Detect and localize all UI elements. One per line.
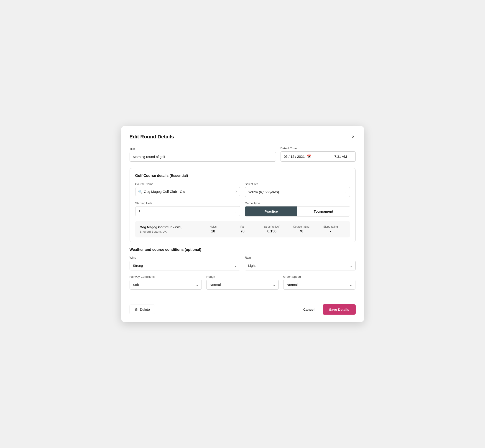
course-rating-label: Course rating [287,225,316,228]
course-name-input[interactable] [144,190,233,193]
footer: 🗑 Delete Cancel Save Details [129,301,356,315]
course-name-search-wrap: 🔍 × [135,187,241,196]
wind-label: Wind [129,256,241,259]
yards-stat: Yards(Yellow) 6,156 [257,225,287,233]
course-rating-stat: Course rating 70 [287,225,316,233]
time-value: 7:31 AM [334,155,347,159]
course-name-group: Course Name 🔍 × [135,182,241,197]
wind-group: Wind CalmLightModerate StrongVery Strong… [129,256,241,271]
top-row: Title Date & Time 05 / 12 / 2021 📅 7:31 … [129,147,356,162]
green-speed-group: Green Speed SlowNormalFastVery Fast ⌄ [283,275,356,289]
rough-dropdown[interactable]: ShortNormalLongVery Long [206,280,279,289]
slope-rating-value: - [316,229,345,233]
rough-label: Rough [206,275,279,278]
date-field[interactable]: 05 / 12 / 2021 📅 [281,151,326,162]
starting-hole-group: Starting Hole 1234 5678 910 ⌄ [135,201,241,216]
green-speed-dropdown[interactable]: SlowNormalFastVery Fast [283,280,356,289]
wind-wrap: CalmLightModerate StrongVery Strong ⌄ [129,261,241,271]
title-input[interactable] [129,152,276,162]
search-icon: 🔍 [138,190,142,193]
course-info-name-block: Gog Magog Golf Club - Old, Shelford Bott… [140,225,199,233]
time-field[interactable]: 7:31 AM [326,151,356,162]
course-bottom-row: Starting Hole 1234 5678 910 ⌄ Game Type … [135,201,350,216]
par-value: 70 [228,229,257,233]
datetime-label: Date & Time [281,147,356,150]
rain-wrap: NoneLightModerateHeavy ⌄ [245,261,356,271]
select-tee-dropdown[interactable]: Yellow (6,156 yards) White (6,500 yards)… [245,187,350,197]
delete-label: Delete [140,308,150,312]
fairway-group: Fairway Conditions DryNormalSoftWet ⌄ [129,275,202,289]
course-rating-value: 70 [287,229,316,233]
trash-icon: 🗑 [135,308,138,312]
course-info-name: Gog Magog Golf Club - Old, [140,225,199,229]
slope-rating-label: Slope rating [316,225,345,228]
starting-hole-label: Starting Hole [135,201,241,205]
holes-stat: Holes 18 [199,225,228,233]
select-tee-group: Select Tee Yellow (6,156 yards) White (6… [245,182,350,197]
golf-course-section: Golf Course details (Essential) Course N… [129,168,356,242]
green-speed-wrap: SlowNormalFastVery Fast ⌄ [283,280,356,289]
datetime-field-group: Date & Time 05 / 12 / 2021 📅 7:31 AM [281,147,356,162]
course-info-location: Shelford Bottom, UK [140,230,199,233]
fairway-wrap: DryNormalSoftWet ⌄ [129,280,202,289]
rain-label: Rain [245,256,356,259]
weather-top-row: Wind CalmLightModerate StrongVery Strong… [129,256,356,271]
title-label: Title [129,147,276,151]
yards-label: Yards(Yellow) [257,225,287,228]
rain-group: Rain NoneLightModerateHeavy ⌄ [245,256,356,271]
course-name-label: Course Name [135,182,241,186]
select-tee-wrap: Yellow (6,156 yards) White (6,500 yards)… [245,187,350,197]
rough-wrap: ShortNormalLongVery Long ⌄ [206,280,279,289]
tournament-toggle-button[interactable]: Tournament [297,207,350,216]
wind-dropdown[interactable]: CalmLightModerate StrongVery Strong [129,261,241,271]
green-speed-label: Green Speed [283,275,356,278]
practice-toggle-button[interactable]: Practice [245,207,297,216]
golf-course-title: Golf Course details (Essential) [135,174,350,178]
close-button[interactable]: × [351,133,356,140]
rough-group: Rough ShortNormalLongVery Long ⌄ [206,275,279,289]
course-name-clear-button[interactable]: × [235,190,237,193]
title-field-group: Title [129,147,276,162]
weather-section: Weather and course conditions (optional)… [129,248,356,289]
game-type-group: Game Type Practice Tournament [245,201,350,216]
cancel-button[interactable]: Cancel [300,305,318,314]
save-button[interactable]: Save Details [323,304,356,315]
weather-bottom-row: Fairway Conditions DryNormalSoftWet ⌄ Ro… [129,275,356,289]
select-tee-label: Select Tee [245,182,350,186]
weather-title: Weather and course conditions (optional) [129,248,356,252]
game-type-label: Game Type [245,201,350,205]
modal-title: Edit Round Details [129,134,174,140]
course-info-card: Gog Magog Golf Club - Old, Shelford Bott… [135,221,350,237]
calendar-icon: 📅 [307,154,311,159]
modal-header: Edit Round Details × [129,133,356,140]
slope-rating-stat: Slope rating - [316,225,345,233]
edit-round-modal: Edit Round Details × Title Date & Time 0… [121,126,364,322]
holes-value: 18 [199,229,228,233]
fairway-label: Fairway Conditions [129,275,202,278]
par-label: Par [228,225,257,228]
starting-hole-dropdown[interactable]: 1234 5678 910 [135,206,241,216]
footer-divider [129,295,356,295]
date-value: 05 / 12 / 2021 [284,155,305,159]
starting-hole-wrap: 1234 5678 910 ⌄ [135,206,241,216]
fairway-dropdown[interactable]: DryNormalSoftWet [129,280,202,289]
delete-button[interactable]: 🗑 Delete [129,304,155,314]
footer-right: Cancel Save Details [300,304,356,315]
datetime-group: 05 / 12 / 2021 📅 7:31 AM [281,151,356,162]
par-stat: Par 70 [228,225,257,233]
yards-value: 6,156 [257,229,287,233]
course-top-row: Course Name 🔍 × Select Tee Yellow (6,156… [135,182,350,197]
holes-label: Holes [199,225,228,228]
rain-dropdown[interactable]: NoneLightModerateHeavy [245,261,356,271]
game-type-toggle: Practice Tournament [245,206,350,216]
